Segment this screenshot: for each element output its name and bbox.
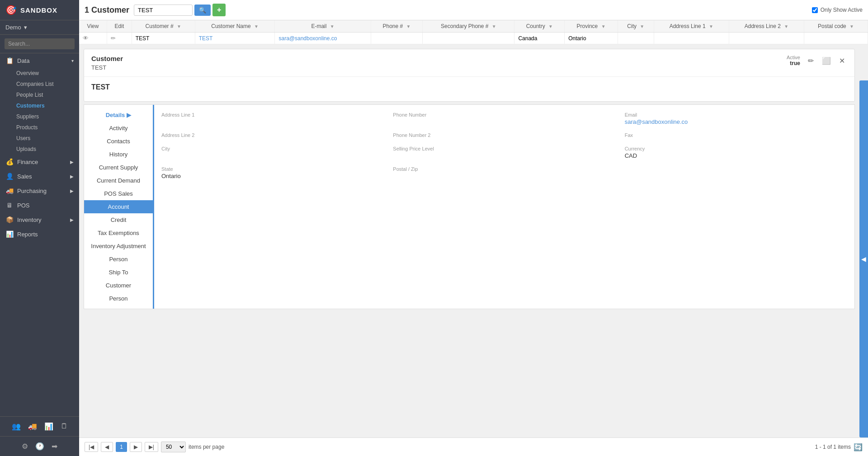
sidebar-item-companies-list[interactable]: Companies List — [0, 79, 79, 89]
filter-email[interactable]: ▼ — [330, 24, 335, 29]
doc-icon-btn[interactable]: 🗒 — [59, 420, 70, 432]
col-address2: Address Line 2 ▼ — [729, 20, 804, 33]
field-fax-label: Fax — [625, 132, 847, 138]
tab-tax-exemptions[interactable]: Tax Exemptions — [84, 226, 153, 240]
filter-address2[interactable]: ▼ — [784, 24, 788, 29]
signout-icon-btn[interactable]: ➡ — [50, 440, 59, 452]
filter-address1[interactable]: ▼ — [709, 24, 713, 29]
main-layout: 🎯 SANDBOX Demo ▾ 📋 Data ▾ Overview Compa… — [0, 0, 868, 456]
filter-phone[interactable]: ▼ — [406, 24, 411, 29]
sidebar-item-sales[interactable]: 👤 Sales ▶ — [0, 169, 79, 183]
inventory-chevron: ▶ — [70, 217, 74, 222]
card-expand-button[interactable]: ⬜ — [820, 56, 833, 66]
td-edit: ✏ — [107, 33, 132, 44]
card-close-button[interactable]: ✕ — [837, 56, 847, 66]
filter-postal[interactable]: ▼ — [849, 24, 854, 29]
sidebar-search-container — [0, 35, 79, 53]
col-country: Country ▼ — [514, 20, 565, 33]
filter-country[interactable]: ▼ — [548, 24, 553, 29]
tab-account[interactable]: Account — [84, 200, 153, 213]
tab-credit[interactable]: Credit — [84, 213, 153, 226]
tab-pos-sales[interactable]: POS Sales — [84, 187, 153, 200]
field-currency: Currency CAD — [625, 146, 847, 159]
filter-secondary-phone[interactable]: ▼ — [492, 24, 496, 29]
filter-customer-num[interactable]: ▼ — [177, 24, 181, 29]
tab-person[interactable]: Person — [84, 253, 153, 266]
refresh-button[interactable]: 🔄 — [854, 443, 863, 451]
truck-icon-btn[interactable]: 🚚 — [26, 420, 39, 432]
sidebar-item-products[interactable]: Products — [0, 122, 79, 133]
filter-customer-name[interactable]: ▼ — [254, 24, 259, 29]
sidebar-item-people-list[interactable]: People List — [0, 89, 79, 100]
td-customer-num: TEST — [132, 33, 195, 44]
add-button[interactable]: + — [212, 4, 226, 16]
tab-contacts[interactable]: Contacts — [84, 135, 153, 148]
page-next-button[interactable]: ▶ — [130, 442, 142, 452]
customer-big-name: TEST — [91, 83, 847, 91]
people-icon-btn[interactable]: 👥 — [10, 420, 23, 432]
field-postal-label: Postal / Zip — [393, 166, 615, 172]
page-first-button[interactable]: |◀ — [85, 442, 98, 452]
field-address2-label: Address Line 2 — [161, 132, 384, 138]
sidebar-item-reports[interactable]: 📊 Reports — [0, 227, 79, 241]
field-phone-number2: Phone Number 2 — [393, 132, 615, 139]
card-edit-button[interactable]: ✏ — [806, 56, 816, 66]
sidebar-item-users[interactable]: Users — [0, 133, 79, 144]
sidebar-item-sales-label: Sales — [17, 173, 32, 180]
only-active-label: Only Show Active — [821, 7, 863, 13]
customer-card: Customer TEST Active true ✏ ⬜ — [84, 49, 855, 102]
sidebar-item-finance[interactable]: 💰 Finance ▶ — [0, 155, 79, 169]
search-input[interactable] — [134, 5, 193, 16]
sidebar-item-purchasing[interactable]: 🚚 Purchasing ▶ — [0, 183, 79, 198]
page-info: 1 - 1 of 1 items — [815, 444, 851, 450]
filter-province[interactable]: ▼ — [601, 24, 606, 29]
tab-inventory-adjustment[interactable]: Inventory Adjustment — [84, 240, 153, 253]
customer-name-link[interactable]: TEST — [199, 35, 213, 42]
page-prev-button[interactable]: ◀ — [101, 442, 113, 452]
settings-icon-btn[interactable]: ⚙ — [20, 440, 30, 452]
sidebar-bottom-icons2: 👥 🚚 📊 🗒 — [0, 416, 79, 436]
search-button[interactable]: 🔍 — [194, 5, 211, 16]
sidebar-item-suppliers[interactable]: Suppliers — [0, 111, 79, 122]
sidebar-item-pos[interactable]: 🖥 POS — [0, 198, 79, 212]
email-link[interactable]: sara@sandboxonline.co — [278, 35, 337, 42]
sidebar-search-input[interactable] — [5, 38, 75, 49]
view-icon[interactable]: 👁 — [83, 35, 89, 42]
items-per-page-select[interactable]: 10 25 50 100 — [161, 442, 186, 452]
sidebar-item-overview[interactable]: Overview — [0, 68, 79, 79]
field-email-value[interactable]: sara@sandboxonline.co — [625, 118, 847, 125]
tab-activity[interactable]: Activity — [84, 122, 153, 135]
active-status: Active true — [787, 55, 800, 66]
tab-current-demand[interactable]: Current Demand — [84, 174, 153, 187]
sidebar-user[interactable]: Demo ▾ — [0, 20, 79, 35]
tab-person2[interactable]: Person — [84, 292, 153, 305]
purchasing-icon: 🚚 — [5, 187, 14, 194]
chart-icon-btn[interactable]: 📊 — [42, 420, 55, 432]
tab-history[interactable]: History — [84, 148, 153, 161]
clock-icon-btn[interactable]: 🕐 — [33, 440, 46, 452]
page-1-button[interactable]: 1 — [116, 442, 127, 452]
td-address1 — [654, 33, 729, 44]
sidebar-item-uploads[interactable]: Uploads — [0, 144, 79, 155]
tab-current-supply[interactable]: Current Supply — [84, 161, 153, 174]
edit-icon[interactable]: ✏ — [111, 35, 116, 42]
details-arrow: ▶ — [127, 112, 131, 118]
tab-details[interactable]: Details ▶ — [84, 108, 153, 122]
field-fax: Fax — [625, 132, 847, 139]
tab-customer[interactable]: Customer — [84, 279, 153, 292]
td-secondary-phone — [423, 33, 514, 44]
detail-panel-wrapper: Customer TEST Active true ✏ ⬜ — [79, 44, 859, 437]
sidebar-item-inventory[interactable]: 📦 Inventory ▶ — [0, 212, 79, 227]
filter-city[interactable]: ▼ — [640, 24, 644, 29]
page-last-button[interactable]: ▶| — [145, 442, 158, 452]
sidebar-item-customers[interactable]: Customers — [0, 100, 79, 111]
app-container: 🎯 SANDBOX Demo ▾ 📋 Data ▾ Overview Compa… — [0, 0, 868, 456]
tab-ship-to[interactable]: Ship To — [84, 266, 153, 279]
sidebar-item-data[interactable]: 📋 Data ▾ — [0, 53, 79, 68]
finance-chevron: ▶ — [70, 160, 74, 165]
only-active-checkbox[interactable] — [812, 7, 818, 13]
pos-icon: 🖥 — [5, 202, 14, 209]
items-per-page-label: items per page — [189, 444, 224, 450]
logo-icon: 🎯 — [5, 5, 17, 15]
collapse-panel-button[interactable]: ◀ — [859, 80, 868, 437]
